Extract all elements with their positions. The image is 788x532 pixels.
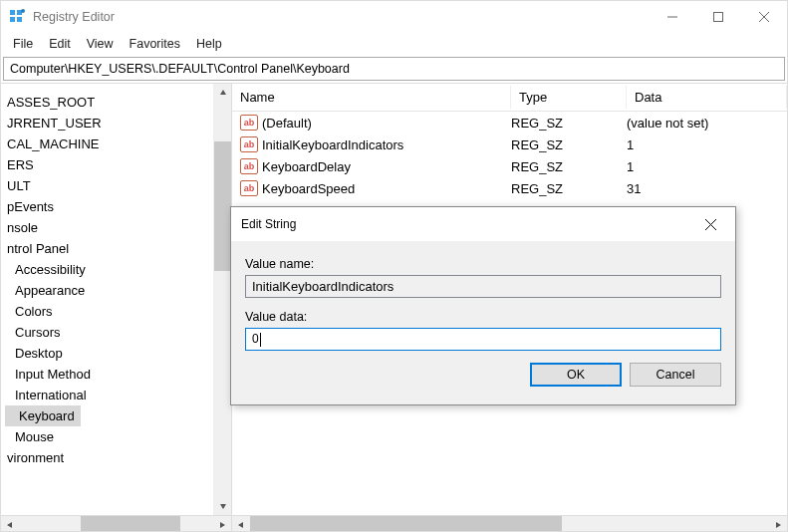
cancel-button[interactable]: Cancel bbox=[630, 363, 721, 387]
tree-item[interactable]: ntrol Panel bbox=[1, 238, 231, 259]
menu-view[interactable]: View bbox=[79, 35, 122, 53]
dialog-titlebar: Edit String bbox=[231, 207, 735, 241]
menu-favorites[interactable]: Favorites bbox=[122, 35, 188, 53]
tree-item[interactable]: Appearance bbox=[1, 280, 231, 301]
list-row[interactable]: abInitialKeyboardIndicatorsREG_SZ1 bbox=[232, 133, 787, 155]
column-type[interactable]: Type bbox=[511, 86, 627, 109]
tree-vscrollbar[interactable] bbox=[213, 84, 231, 515]
maximize-button[interactable] bbox=[695, 1, 741, 33]
scroll-left-icon[interactable] bbox=[1, 516, 19, 533]
tree-item[interactable]: International bbox=[1, 385, 231, 405]
string-value-icon: ab bbox=[240, 136, 258, 152]
tree-item[interactable]: vironment bbox=[1, 447, 231, 468]
regedit-icon bbox=[9, 9, 25, 25]
cell-data: 31 bbox=[627, 181, 787, 196]
cell-type: REG_SZ bbox=[511, 181, 627, 196]
tree-item[interactable]: Input Method bbox=[1, 364, 231, 385]
list-row[interactable]: abKeyboardSpeedREG_SZ31 bbox=[232, 177, 787, 199]
cell-type: REG_SZ bbox=[511, 159, 627, 174]
tree-hscrollbar[interactable] bbox=[1, 515, 231, 532]
tree-item[interactable]: Desktop bbox=[1, 343, 231, 364]
tree-item[interactable]: Cursors bbox=[1, 322, 231, 343]
tree-item[interactable]: JRRENT_USER bbox=[1, 113, 231, 133]
cell-data: 1 bbox=[627, 159, 787, 174]
menu-help[interactable]: Help bbox=[188, 35, 230, 53]
svg-rect-2 bbox=[10, 17, 15, 22]
dialog-buttons: OK Cancel bbox=[231, 359, 735, 399]
menu-edit[interactable]: Edit bbox=[41, 35, 79, 53]
cell-name: (Default) bbox=[262, 116, 511, 131]
values-hscrollbar[interactable] bbox=[232, 515, 787, 532]
cell-data: 1 bbox=[627, 137, 787, 152]
edit-string-dialog: Edit String Value name: Value data: 0 OK… bbox=[230, 206, 736, 405]
scroll-right-icon[interactable] bbox=[213, 516, 231, 533]
tree-item[interactable]: Colors bbox=[1, 301, 231, 322]
scroll-down-icon[interactable] bbox=[214, 497, 232, 515]
scroll-thumb[interactable] bbox=[81, 516, 180, 533]
tree-item[interactable]: Mouse bbox=[1, 426, 231, 447]
tree-item[interactable]: Accessibility bbox=[1, 259, 231, 280]
ok-button[interactable]: OK bbox=[530, 363, 622, 387]
tree-item[interactable]: ULT bbox=[1, 175, 231, 196]
text-caret bbox=[260, 333, 261, 347]
scroll-up-icon[interactable] bbox=[214, 84, 232, 102]
svg-rect-6 bbox=[714, 13, 723, 22]
window-title: Registry Editor bbox=[33, 10, 650, 24]
tree-item[interactable]: CAL_MACHINE bbox=[1, 133, 231, 154]
value-name-label: Value name: bbox=[245, 257, 721, 271]
dialog-body: Value name: Value data: 0 bbox=[231, 241, 735, 359]
dialog-close-button[interactable] bbox=[695, 209, 725, 239]
close-button[interactable] bbox=[741, 1, 787, 33]
value-data-input[interactable]: 0 bbox=[245, 328, 721, 351]
scroll-track[interactable] bbox=[214, 102, 231, 497]
menu-file[interactable]: File bbox=[5, 35, 41, 53]
menubar: File Edit View Favorites Help bbox=[1, 33, 787, 55]
dialog-title: Edit String bbox=[241, 217, 695, 231]
scroll-track[interactable] bbox=[250, 516, 769, 533]
scroll-track[interactable] bbox=[19, 516, 213, 533]
tree-item[interactable]: Keyboard bbox=[5, 405, 81, 426]
scroll-thumb[interactable] bbox=[214, 141, 231, 271]
titlebar: Registry Editor bbox=[1, 1, 787, 33]
cell-name: InitialKeyboardIndicators bbox=[262, 137, 511, 152]
list-row[interactable]: ab(Default)REG_SZ(value not set) bbox=[232, 112, 787, 133]
cell-type: REG_SZ bbox=[511, 137, 627, 152]
cell-name: KeyboardDelay bbox=[262, 159, 511, 174]
string-value-icon: ab bbox=[240, 158, 258, 174]
svg-rect-0 bbox=[10, 10, 15, 15]
list-header: Name Type Data bbox=[232, 84, 787, 112]
address-bar[interactable]: Computer\HKEY_USERS\.DEFAULT\Control Pan… bbox=[3, 57, 785, 81]
scroll-thumb[interactable] bbox=[250, 516, 562, 533]
scroll-left-icon[interactable] bbox=[232, 516, 250, 533]
value-data-label: Value data: bbox=[245, 310, 721, 324]
cell-type: REG_SZ bbox=[511, 116, 627, 131]
string-value-icon: ab bbox=[240, 180, 258, 196]
window-controls bbox=[650, 1, 787, 33]
value-name-input[interactable] bbox=[245, 275, 721, 298]
svg-point-4 bbox=[21, 9, 25, 13]
minimize-button[interactable] bbox=[650, 1, 695, 33]
address-path: Computer\HKEY_USERS\.DEFAULT\Control Pan… bbox=[10, 62, 350, 76]
tree-pane: ASSES_ROOTJRRENT_USERCAL_MACHINEERSULTpE… bbox=[1, 84, 232, 532]
tree-item[interactable]: ASSES_ROOT bbox=[1, 92, 231, 113]
scroll-right-icon[interactable] bbox=[769, 516, 787, 533]
column-name[interactable]: Name bbox=[232, 86, 511, 109]
cell-data: (value not set) bbox=[627, 116, 787, 131]
string-value-icon: ab bbox=[240, 115, 258, 131]
tree-item[interactable]: ERS bbox=[1, 154, 231, 175]
svg-rect-3 bbox=[17, 17, 22, 22]
tree-item[interactable]: pEvents bbox=[1, 196, 231, 217]
list-row[interactable]: abKeyboardDelayREG_SZ1 bbox=[232, 155, 787, 177]
column-data[interactable]: Data bbox=[627, 86, 787, 109]
cell-name: KeyboardSpeed bbox=[262, 181, 511, 196]
tree-item[interactable]: nsole bbox=[1, 217, 231, 238]
tree[interactable]: ASSES_ROOTJRRENT_USERCAL_MACHINEERSULTpE… bbox=[1, 84, 231, 515]
